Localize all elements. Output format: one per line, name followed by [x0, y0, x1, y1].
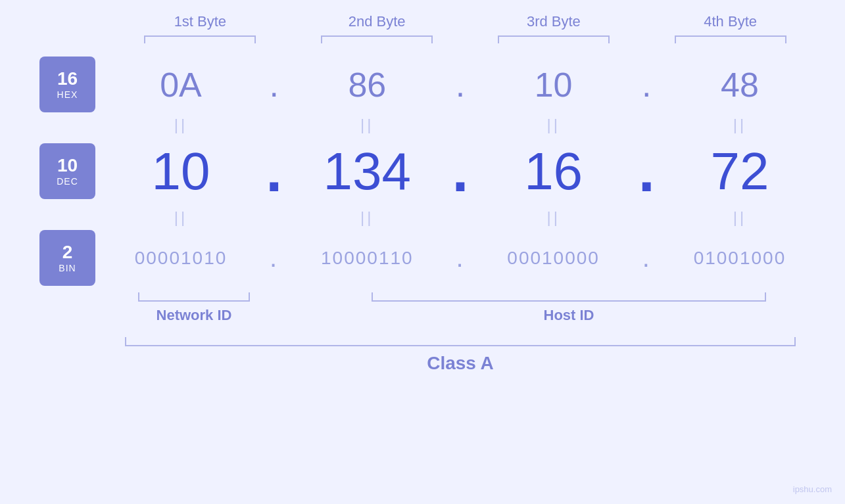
hex-val-4: 48	[721, 66, 759, 104]
dec-val-4: 72	[710, 142, 769, 200]
dec-dot-2: .	[447, 137, 473, 205]
bracket-top-4	[675, 35, 786, 43]
dec-val-1: 10	[152, 142, 210, 200]
bin-dot-2: .	[447, 243, 473, 273]
hex-byte1: 0A	[115, 65, 247, 104]
bin-row: 2 BIN 00001010 . 10000110 . 00010000 . 0…	[26, 230, 819, 286]
hex-dot-1: .	[261, 65, 287, 104]
byte2-header: 2nd Byte	[289, 13, 466, 30]
hex-byte2: 86	[301, 65, 433, 104]
bracket-cell-4	[642, 35, 819, 43]
hex-dot-2: .	[447, 65, 473, 104]
hex-val-2: 86	[348, 66, 386, 104]
bracket-cell-2	[289, 35, 466, 43]
bottom-brackets-row: Network ID Host ID	[26, 292, 819, 324]
dec-badge: 10 DEC	[39, 143, 95, 199]
dec-row: 10 DEC 10 . 134 . 16 . 72	[26, 137, 819, 205]
equals-6: ||	[301, 208, 433, 227]
hex-byte3: 10	[488, 65, 619, 104]
network-id-bracket	[138, 292, 250, 302]
host-id-group: Host ID	[332, 292, 806, 324]
dec-byte2: 134	[301, 141, 433, 202]
bin-base-number: 2	[62, 242, 73, 263]
bottom-brackets-section: Network ID Host ID	[115, 292, 806, 324]
bin-byte1: 00001010	[115, 248, 247, 269]
bracket-top-1	[144, 35, 256, 43]
dec-byte3: 16	[488, 141, 619, 202]
host-id-bracket	[372, 292, 766, 302]
dec-val-2: 134	[324, 142, 411, 200]
dec-byte1: 10	[115, 141, 247, 202]
hex-badge: 16 HEX	[39, 57, 95, 112]
class-bracket	[125, 337, 796, 346]
equals-8: ||	[674, 208, 806, 227]
bin-badge: 2 BIN	[39, 230, 95, 286]
dec-val-3: 16	[524, 142, 583, 200]
bin-byte4: 01001000	[674, 248, 806, 269]
bracket-top-2	[321, 35, 433, 43]
dec-byte4: 72	[674, 141, 806, 202]
network-id-label: Network ID	[157, 307, 232, 324]
bracket-top-3	[498, 35, 610, 43]
dec-dot-1: .	[261, 137, 287, 205]
equals-section-1: || || || ||	[115, 116, 806, 134]
host-id-label: Host ID	[544, 307, 594, 324]
bin-base-label: BIN	[59, 263, 76, 273]
bin-byte3: 00010000	[488, 248, 619, 269]
equals-4: ||	[674, 116, 806, 134]
bin-val-4: 01001000	[694, 248, 786, 268]
hex-values: 0A . 86 . 10 . 48	[115, 65, 806, 104]
equals-section-2: || || || ||	[115, 208, 806, 227]
dec-values: 10 . 134 . 16 . 72	[115, 137, 806, 205]
hex-dot-3: .	[633, 65, 660, 104]
hex-byte4: 48	[674, 65, 806, 104]
dec-base-label: DEC	[57, 176, 78, 187]
dec-dot-3: .	[633, 137, 660, 205]
equals-3: ||	[488, 116, 619, 134]
bracket-cell-3	[466, 35, 642, 43]
byte3-header: 3rd Byte	[466, 13, 642, 30]
byte-headers: 1st Byte 2nd Byte 3rd Byte 4th Byte	[26, 13, 819, 30]
byte1-header: 1st Byte	[112, 13, 289, 30]
watermark: ipshu.com	[793, 484, 832, 494]
equals-2: ||	[301, 116, 433, 134]
bin-dot-1: .	[261, 243, 287, 273]
equals-7: ||	[488, 208, 619, 227]
network-id-group: Network ID	[115, 292, 273, 324]
hex-val-1: 0A	[160, 66, 202, 104]
bin-values: 00001010 . 10000110 . 00010000 . 0100100…	[115, 243, 806, 273]
hex-val-3: 10	[535, 66, 573, 104]
bin-byte2: 10000110	[301, 248, 433, 269]
bin-val-1: 00001010	[135, 248, 228, 268]
equals-1: ||	[115, 116, 247, 134]
main-container: 1st Byte 2nd Byte 3rd Byte 4th Byte 16 H…	[0, 0, 845, 504]
hex-base-number: 16	[57, 69, 78, 89]
bin-dot-3: .	[633, 243, 660, 273]
byte4-header: 4th Byte	[642, 13, 819, 30]
bracket-cell-1	[112, 35, 289, 43]
top-brackets	[26, 35, 819, 43]
dec-base-number: 10	[57, 156, 78, 176]
equals-5: ||	[115, 208, 247, 227]
bin-val-2: 10000110	[321, 248, 414, 268]
class-row: Class A	[26, 337, 819, 374]
hex-row: 16 HEX 0A . 86 . 10 . 48	[26, 57, 819, 112]
hex-base-label: HEX	[57, 89, 78, 100]
equals-row-1: || || || ||	[26, 116, 819, 134]
class-label: Class A	[427, 353, 494, 374]
equals-row-2: || || || ||	[26, 208, 819, 227]
bin-val-3: 00010000	[507, 248, 600, 268]
